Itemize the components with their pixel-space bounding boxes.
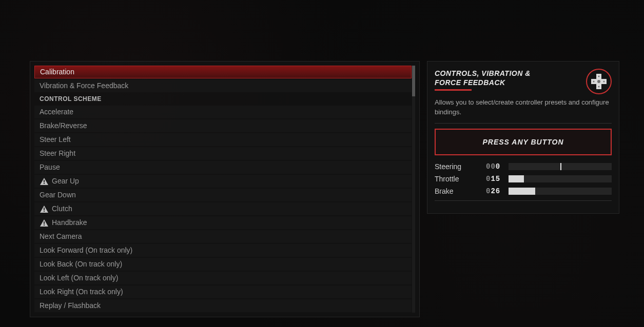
svg-rect-4 bbox=[44, 221, 45, 224]
bar-center-marker bbox=[560, 163, 561, 170]
binding-label: Brake/Reverse bbox=[40, 119, 87, 132]
input-row-steering: Steering000 bbox=[435, 162, 612, 171]
panel-description: Allows you to select/create controller p… bbox=[435, 98, 612, 116]
binding-item[interactable]: Clutch bbox=[34, 202, 412, 215]
section-header-control-scheme: CONTROL SCHEME bbox=[34, 93, 415, 105]
binding-label: Handbrake bbox=[52, 216, 87, 229]
binding-item[interactable]: Look Back (On track only) bbox=[34, 258, 412, 271]
binding-item[interactable]: Pause bbox=[34, 161, 412, 174]
svg-point-6 bbox=[597, 80, 600, 83]
binding-label: Gear Up bbox=[52, 175, 79, 188]
scroll-area: CalibrationVibration & Force FeedbackCON… bbox=[34, 66, 415, 313]
input-bar bbox=[509, 175, 612, 182]
input-row-brake: Brake026 bbox=[435, 187, 612, 195]
binding-label: Steer Right bbox=[40, 147, 75, 160]
input-bar bbox=[509, 188, 612, 195]
svg-point-10 bbox=[603, 81, 605, 83]
panel-header: CONTROLS, VIBRATION & FORCE FEEDBACK bbox=[435, 69, 612, 95]
binding-label: Pause bbox=[40, 161, 60, 174]
binding-label: Clutch bbox=[52, 202, 72, 215]
input-label: Throttle bbox=[435, 175, 481, 183]
bar-fill bbox=[509, 188, 535, 195]
binding-item[interactable]: Gear Down bbox=[34, 189, 412, 201]
input-row-throttle: Throttle015 bbox=[435, 175, 612, 183]
input-value: 026 bbox=[486, 187, 503, 195]
input-value: 015 bbox=[486, 175, 503, 183]
svg-point-7 bbox=[598, 76, 600, 77]
svg-rect-5 bbox=[44, 224, 45, 226]
svg-rect-2 bbox=[44, 208, 45, 210]
info-panel: CONTROLS, VIBRATION & FORCE FEEDBACK All… bbox=[427, 61, 619, 214]
binding-item[interactable]: Steer Left bbox=[34, 133, 412, 146]
scrollbar-thumb[interactable] bbox=[412, 66, 415, 96]
svg-rect-1 bbox=[44, 183, 45, 184]
binding-item[interactable]: Steer Right bbox=[34, 147, 412, 160]
menu-item-calibration[interactable]: Calibration bbox=[34, 66, 412, 78]
controls-list-panel: CalibrationVibration & Force FeedbackCON… bbox=[30, 61, 420, 317]
binding-label: Next Camera bbox=[40, 230, 82, 243]
svg-point-8 bbox=[598, 86, 600, 88]
binding-label: Look Left (On track only) bbox=[40, 272, 118, 284]
title-underline bbox=[435, 89, 472, 91]
panel-title: CONTROLS, VIBRATION & FORCE FEEDBACK bbox=[435, 69, 553, 87]
binding-label: Look Forward (On track only) bbox=[40, 244, 132, 257]
divider bbox=[435, 200, 612, 201]
binding-label: Gear Down bbox=[40, 189, 76, 201]
binding-item[interactable]: Next Camera bbox=[34, 230, 412, 243]
scrollbar-track[interactable] bbox=[412, 66, 415, 313]
binding-item[interactable]: Look Left (On track only) bbox=[34, 272, 412, 284]
binding-label: Look Back (On track only) bbox=[40, 258, 122, 271]
binding-item[interactable]: Accelerate bbox=[34, 106, 412, 118]
binding-item[interactable]: Replay / Flashback bbox=[34, 299, 412, 312]
svg-rect-0 bbox=[44, 180, 45, 182]
press-any-button[interactable]: PRESS ANY BUTTON bbox=[435, 129, 612, 155]
divider bbox=[435, 123, 612, 124]
bar-fill bbox=[509, 175, 524, 182]
menu-item-vibration-force-feedback[interactable]: Vibration & Force Feedback bbox=[34, 79, 412, 92]
binding-item[interactable]: Look Forward (On track only) bbox=[34, 244, 412, 257]
warning-icon bbox=[40, 177, 49, 186]
input-bar bbox=[509, 163, 612, 170]
dpad-icon bbox=[586, 69, 612, 94]
binding-item[interactable]: Brake/Reverse bbox=[34, 119, 412, 132]
binding-label: Steer Left bbox=[40, 133, 71, 146]
input-label: Brake bbox=[435, 187, 481, 195]
binding-label: Replay / Flashback bbox=[40, 299, 101, 312]
svg-point-9 bbox=[593, 81, 595, 83]
svg-rect-3 bbox=[44, 211, 45, 212]
binding-item[interactable]: Look Right (On track only) bbox=[34, 285, 412, 298]
binding-item[interactable]: Handbrake bbox=[34, 216, 412, 229]
warning-icon bbox=[40, 219, 49, 227]
input-label: Steering bbox=[435, 162, 481, 171]
binding-item[interactable]: Gear Up bbox=[34, 175, 412, 188]
binding-label: Accelerate bbox=[40, 106, 73, 118]
warning-icon bbox=[40, 205, 49, 213]
binding-label: Look Right (On track only) bbox=[40, 285, 123, 298]
input-value: 000 bbox=[486, 162, 503, 171]
